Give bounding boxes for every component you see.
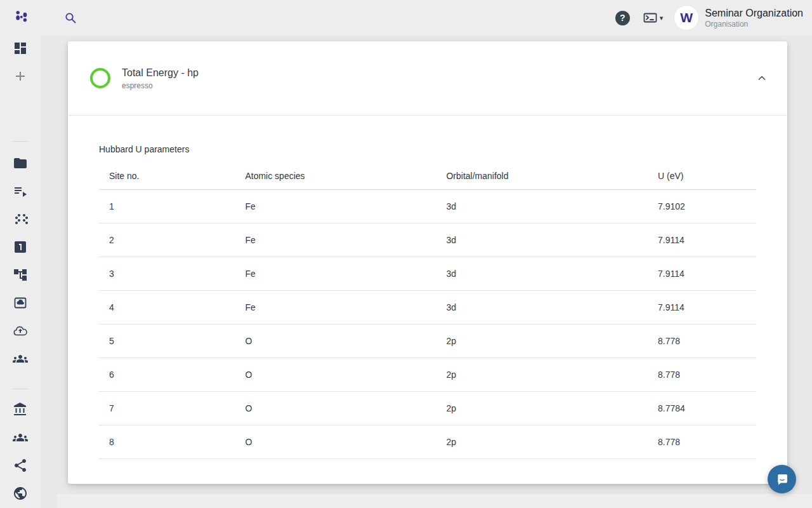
table-cell: 2p [436, 425, 648, 458]
table-cell: 7 [99, 391, 235, 425]
table-cell: O [235, 391, 436, 425]
org-subtitle: Organisation [705, 20, 803, 29]
table-cell: 8.778 [648, 425, 756, 458]
table-cell: O [235, 358, 436, 391]
table-cell: 8 [99, 425, 235, 458]
groups-icon[interactable] [13, 351, 28, 366]
table-cell: 4 [99, 290, 235, 324]
table-row: 4Fe3d7.9114 [99, 290, 756, 324]
chat-bubble-icon[interactable] [768, 465, 796, 493]
table-cell: 7.9114 [648, 290, 756, 324]
table-cell: 2p [436, 358, 648, 391]
table-cell: 8.7784 [648, 391, 756, 425]
table-header-row: Site no.Atomic speciesOrbital/manifoldU … [99, 163, 756, 189]
avatar[interactable]: W [674, 6, 698, 30]
table-cell: 3d [436, 290, 648, 324]
status-ring-icon [90, 68, 110, 88]
table-body: 1Fe3d7.91022Fe3d7.91143Fe3d7.91144Fe3d7.… [99, 189, 756, 458]
table-cell: O [235, 425, 436, 458]
hubbard-table: Site no.Atomic speciesOrbital/manifoldU … [99, 163, 756, 459]
main-content: Total Energy - hp espresso Hubbard U par… [41, 36, 812, 508]
table-cell: 7.9102 [648, 189, 756, 223]
column-header: Orbital/manifold [436, 163, 648, 189]
card-title: Total Energy - hp [122, 66, 754, 79]
table-cell: Fe [235, 189, 436, 223]
table-row: 1Fe3d7.9102 [99, 189, 756, 223]
dashboard-icon[interactable] [13, 41, 28, 56]
table-row: 7O2p8.7784 [99, 391, 756, 425]
card-divider [68, 115, 787, 116]
search-icon[interactable] [63, 10, 78, 25]
table-cell: 8.778 [648, 358, 756, 391]
grain-icon[interactable] [13, 211, 28, 227]
column-header: Site no. [99, 163, 235, 189]
table-row: 8O2p8.778 [99, 425, 756, 458]
cloud-upload-icon[interactable] [13, 323, 28, 338]
table-cell: Fe [235, 257, 436, 290]
bank-icon[interactable] [13, 402, 28, 417]
org-switcher[interactable]: Seminar Organization Organisation [705, 7, 803, 29]
table-cell: 2 [99, 223, 235, 257]
column-header: Atomic species [235, 163, 436, 189]
topbar-right-cluster: ? ▾ W Seminar Organization Organisation [615, 0, 803, 36]
table-cell: 7.9114 [648, 257, 756, 290]
tree-icon[interactable] [13, 267, 28, 283]
table-cell: Fe [235, 290, 436, 324]
sidebar-divider [12, 389, 29, 389]
table-cell: 5 [99, 324, 235, 358]
table-cell: 1 [99, 189, 235, 223]
table-cell: 3d [436, 257, 648, 290]
chevron-up-icon[interactable] [754, 70, 769, 86]
add-icon[interactable] [13, 69, 28, 84]
table-cell: Fe [235, 223, 436, 257]
table-cell: 2p [436, 324, 648, 358]
table-cell: 8.778 [648, 324, 756, 358]
people-icon[interactable] [13, 430, 28, 445]
card-body: Hubbard U parameters Site no.Atomic spec… [68, 143, 787, 459]
table-cell: O [235, 324, 436, 358]
table-cell: 3d [436, 189, 648, 223]
globe-icon[interactable] [13, 486, 28, 501]
table-cell: 7.9114 [648, 223, 756, 257]
table-cell: 3 [99, 257, 235, 290]
table-row: 2Fe3d7.9114 [99, 223, 756, 257]
share-icon[interactable] [13, 458, 28, 473]
playlist-play-icon[interactable] [13, 184, 28, 199]
column-header: U (eV) [648, 163, 756, 189]
section-title: Hubbard U parameters [99, 143, 756, 156]
next-card-peek [57, 494, 812, 508]
process-card-header[interactable]: Total Energy - hp espresso [68, 41, 787, 115]
help-icon[interactable]: ? [615, 11, 630, 25]
org-name: Seminar Organization [705, 7, 803, 20]
avatar-letter: W [680, 10, 693, 25]
cloud-box-icon[interactable] [13, 295, 28, 311]
card-subtitle: espresso [122, 81, 754, 91]
sidebar-nav [0, 36, 41, 508]
top-app-bar: ? ▾ W Seminar Organization Organisation [0, 0, 812, 36]
table-cell: 6 [99, 358, 235, 391]
chevron-down-icon: ▾ [660, 14, 664, 22]
number-one-icon[interactable] [13, 239, 28, 255]
terminal-dropdown-icon[interactable]: ▾ [643, 10, 664, 25]
molecule-logo[interactable] [13, 9, 30, 27]
table-row: 5O2p8.778 [99, 324, 756, 358]
process-card: Total Energy - hp espresso Hubbard U par… [68, 41, 787, 484]
table-row: 3Fe3d7.9114 [99, 257, 756, 290]
table-cell: 3d [436, 223, 648, 257]
sidebar-divider [12, 141, 29, 142]
folder-icon[interactable] [13, 156, 28, 171]
table-row: 6O2p8.778 [99, 358, 756, 391]
table-cell: 2p [436, 391, 648, 425]
card-titles: Total Energy - hp espresso [122, 66, 754, 91]
